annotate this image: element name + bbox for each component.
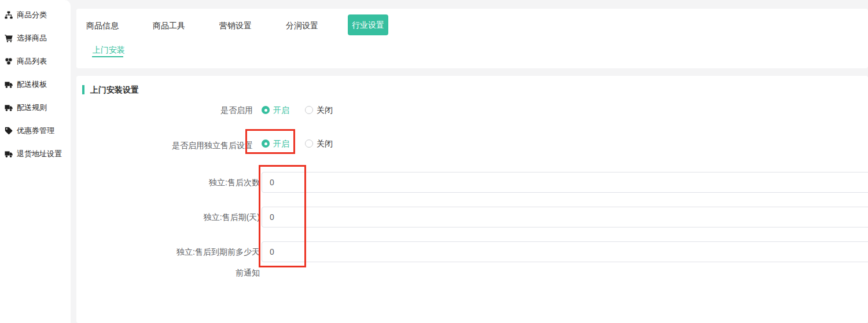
truck-icon bbox=[5, 150, 13, 158]
tag-icon bbox=[5, 127, 13, 135]
tab-goods-tools[interactable]: 商品工具 bbox=[153, 21, 185, 31]
cart-icon bbox=[5, 34, 13, 42]
admin-page: 商品分类 选择商品 商品列表 配送模板 配送规则 bbox=[0, 0, 868, 323]
radio-unselected-icon[interactable] bbox=[305, 106, 313, 114]
aftersale-count-label: 独立:售后次数 bbox=[139, 172, 260, 193]
label-line-1: 独立:售后到期前多少天 bbox=[176, 247, 260, 256]
radio-unselected-icon[interactable] bbox=[305, 140, 313, 148]
spheres-icon bbox=[5, 57, 13, 65]
tab-goods-info[interactable]: 商品信息 bbox=[86, 21, 119, 31]
truck-icon bbox=[5, 104, 13, 112]
tab-marketing-settings[interactable]: 营销设置 bbox=[219, 21, 252, 31]
sidebar-item-return-address-settings[interactable]: 退货地址设置 bbox=[5, 148, 62, 160]
sidebar-item-label: 配送规则 bbox=[17, 102, 47, 113]
sidebar-item-label: 优惠券管理 bbox=[17, 126, 54, 136]
tab-industry-settings[interactable]: 行业设置 bbox=[348, 14, 388, 35]
subtab-door-installation[interactable]: 上门安装 bbox=[93, 45, 125, 56]
sidebar-item-coupon-management[interactable]: 优惠券管理 bbox=[5, 125, 54, 137]
tab-profit-settings[interactable]: 分润设置 bbox=[286, 21, 318, 31]
label-line-2: 前通知 bbox=[236, 268, 260, 277]
radio-on-label[interactable]: 开启 bbox=[273, 138, 289, 149]
truck-icon bbox=[5, 80, 13, 89]
sidebar-item-delivery-template[interactable]: 配送模板 bbox=[5, 79, 47, 90]
sidebar-item-label: 商品分类 bbox=[17, 10, 47, 20]
radio-selected-icon[interactable] bbox=[262, 106, 270, 114]
sidebar-item-goods-list[interactable]: 商品列表 bbox=[5, 56, 47, 67]
aftersale-expiry-notice-input[interactable] bbox=[262, 241, 868, 262]
aftersale-expiry-notice-label: 独立:售后到期前多少天前通知 bbox=[139, 241, 260, 283]
sidebar-item-label: 配送模板 bbox=[17, 79, 47, 90]
aftersale-period-label: 独立:售后期(天) bbox=[139, 207, 260, 227]
subtab-active-underline bbox=[92, 56, 123, 57]
aftersale-period-input[interactable] bbox=[262, 207, 868, 227]
radio-selected-icon[interactable] bbox=[262, 140, 270, 148]
tabs-card bbox=[76, 9, 868, 68]
section-accent-bar bbox=[82, 85, 84, 94]
sidebar-item-delivery-rules[interactable]: 配送规则 bbox=[5, 102, 47, 113]
enable-independent-aftersale-label: 是否启用独立售后设置 bbox=[139, 140, 253, 151]
sidebar-item-label: 退货地址设置 bbox=[17, 149, 62, 159]
independent-aftersale-off-radio[interactable]: 关闭 bbox=[305, 138, 333, 149]
enable-on-radio[interactable]: 开启 bbox=[262, 104, 289, 116]
enable-label: 是否启用 bbox=[139, 104, 253, 116]
sitemap-icon bbox=[5, 11, 13, 19]
enable-off-radio[interactable]: 关闭 bbox=[305, 104, 333, 116]
section-title: 上门安装设置 bbox=[90, 85, 139, 96]
independent-aftersale-on-radio[interactable]: 开启 bbox=[262, 138, 289, 149]
sidebar-item-choose-goods[interactable]: 选择商品 bbox=[5, 32, 47, 44]
sidebar: 商品分类 选择商品 商品列表 配送模板 配送规则 bbox=[0, 0, 71, 323]
aftersale-count-input[interactable] bbox=[262, 172, 868, 193]
sidebar-item-label: 选择商品 bbox=[17, 33, 47, 43]
radio-off-label[interactable]: 关闭 bbox=[317, 104, 333, 116]
radio-off-label[interactable]: 关闭 bbox=[317, 138, 333, 149]
sidebar-item-goods-category[interactable]: 商品分类 bbox=[5, 9, 47, 21]
radio-on-label[interactable]: 开启 bbox=[273, 104, 289, 116]
sidebar-item-label: 商品列表 bbox=[17, 56, 47, 67]
